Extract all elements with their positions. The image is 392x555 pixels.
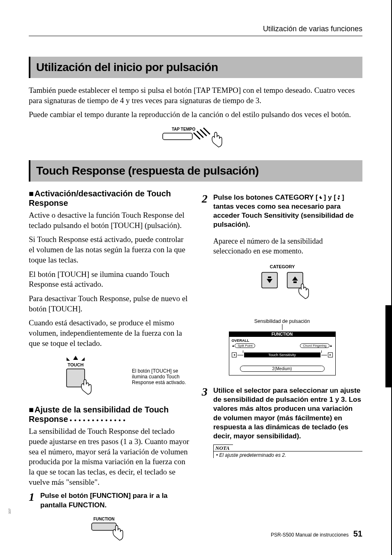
subheading: Ajuste de la sensibilidad de Touch Respo…: [29, 405, 189, 424]
footer-product: PSR-S500 Manual de instrucciones: [271, 532, 348, 538]
step-text: Pulse el botón [FUNCTION] para ir a la p…: [40, 491, 189, 509]
lcd-body: OVERALL Split Point Chord Fingering ◂ To…: [229, 337, 336, 375]
function-button-icon: FUNCTION: [87, 516, 132, 544]
lcd-overall-label: OVERALL: [232, 339, 333, 343]
svg-marker-2: [67, 357, 70, 361]
note-box: NOTA • El ajuste predeterminado es 2.: [213, 444, 362, 458]
tap-tempo-icon: TAP TEMPO: [159, 126, 233, 154]
figure-caption: El botón [TOUCH] se ilumina cuando Touch…: [132, 368, 189, 385]
note-content: • El ajuste predeterminado es 2.: [213, 451, 362, 458]
step-1: 1 Pulse el botón [FUNCTION] para ir a la…: [29, 491, 189, 509]
step-text: Utilice el selector para seleccionar un …: [213, 386, 362, 441]
section-heading-touch-response: Touch Response (respuesta de pulsación): [29, 160, 362, 182]
two-column-layout: Activación/desactivación de Touch Respon…: [29, 189, 362, 550]
body-text: La sensibilidad de Touch Response del te…: [29, 426, 189, 487]
page-container: Utilización de varias funciones Utilizac…: [0, 0, 392, 555]
body-text: Si Touch Response está activado, puede c…: [29, 235, 189, 265]
svg-text:FUNCTION: FUNCTION: [93, 517, 115, 521]
triangle-up-icon: [232, 344, 235, 348]
touch-button-icon: TOUCH: [56, 354, 101, 399]
category-up-icon: [318, 195, 324, 200]
step-3: 3 Utilice el selector para seleccionar u…: [202, 386, 362, 441]
page-footer: PSR-S500 Manual de instrucciones 51: [271, 529, 362, 539]
section-heading-tap-start: Utilización del inicio por pulsación: [29, 57, 362, 78]
lcd-options-row: Split Point Chord Fingering: [232, 343, 333, 348]
lcd-caption: Sensibilidad de pulsación: [202, 318, 362, 324]
body-text: Para desactivar Touch Response, pulse de…: [29, 294, 189, 314]
lcd-screen: FUNCTION OVERALL Split Point Chord Finge…: [229, 332, 336, 375]
side-reference-number: 337: [8, 509, 12, 514]
step-text-fragment: ] y [: [324, 193, 336, 201]
svg-rect-14: [293, 281, 297, 283]
lcd-value: 2(Medium): [240, 366, 325, 372]
body-text: Puede cambiar el tempo durante la reprod…: [29, 110, 362, 120]
figure-category-buttons: CATEGORY: [202, 263, 362, 313]
breadcrumb: Utilización de varias funciones: [29, 25, 362, 36]
svg-rect-0: [163, 133, 192, 140]
step-number: 2: [202, 193, 210, 205]
lcd-option-chord: Chord Fingering: [300, 343, 329, 348]
step-text-fragment: Pulse los botones CATEGORY [: [213, 193, 318, 201]
footer-page-number: 51: [353, 529, 362, 538]
lcd-option-split: Split Point: [235, 343, 255, 348]
caption-pointer-icon: [280, 324, 284, 330]
subheading: Activación/desactivación de Touch Respon…: [29, 189, 189, 208]
figure-touch-button: TOUCH El botón [TOUCH] se ilumina cuando…: [29, 354, 189, 399]
svg-text:TOUCH: TOUCH: [67, 362, 83, 367]
lcd-banner: FUNCTION: [229, 332, 336, 337]
note-title: NOTA: [213, 444, 233, 451]
right-column: 2 Pulse los botones CATEGORY [] y [] tan…: [202, 189, 362, 550]
step-number: 3: [202, 386, 210, 398]
nav-left-icon: ◂: [232, 352, 237, 357]
step-number: 1: [29, 491, 37, 503]
svg-text:CATEGORY: CATEGORY: [270, 264, 295, 269]
svg-marker-1: [73, 356, 78, 360]
lcd-touch-sensitivity-label: Touch Sensitivity: [244, 352, 321, 357]
figure-function-button: FUNCTION: [29, 516, 189, 544]
svg-rect-12: [268, 276, 271, 278]
svg-marker-3: [81, 357, 85, 361]
step-2: 2 Pulse los botones CATEGORY [] y [] tan…: [202, 193, 362, 229]
step-text: Pulse los botones CATEGORY [] y [] tanta…: [213, 193, 362, 229]
body-text: También puede establecer el tempo si pul…: [29, 85, 362, 106]
figure-label: TAP TEMPO: [172, 127, 196, 131]
triangle-up-icon: [330, 344, 333, 348]
category-buttons-icon: CATEGORY: [245, 263, 319, 313]
body-text: El botón [TOUCH] se ilumina cuando Touch…: [29, 269, 189, 290]
left-column: Activación/desactivación de Touch Respon…: [29, 189, 189, 550]
figure-tap-tempo: TAP TEMPO: [29, 126, 362, 154]
body-text: Active o desactive la función Touch Resp…: [29, 210, 189, 230]
lcd-touch-row: ◂ Touch Sensitivity ▸: [232, 352, 333, 357]
body-text: Cuando está desactivado, se produce el m…: [29, 318, 189, 348]
step-body: Aparece el número de la sensibilidad sel…: [213, 237, 362, 256]
svg-rect-7: [92, 523, 116, 530]
nav-right-icon: ▸: [328, 352, 333, 357]
category-down-icon: [336, 195, 342, 200]
